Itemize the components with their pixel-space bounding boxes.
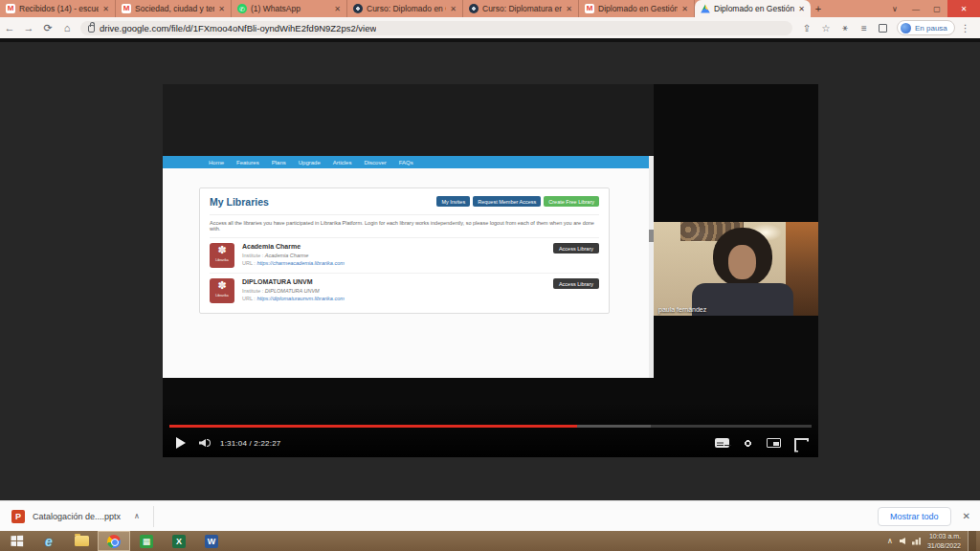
controls-right	[715, 438, 805, 449]
gmail-icon: M	[585, 4, 594, 13]
extension-icon[interactable]: ⚹	[836, 22, 854, 33]
volume-wave-icon	[207, 439, 211, 447]
librarika-logo-tile: ✽ Librarika	[210, 278, 234, 303]
video-progress-bar[interactable]	[169, 425, 812, 428]
settings-gear-icon[interactable]	[743, 438, 753, 449]
lock-icon	[88, 25, 95, 33]
tab-close-icon[interactable]: ✕	[566, 5, 572, 13]
maximize-button[interactable]: ▢	[926, 0, 947, 17]
url-label: URL :	[242, 296, 256, 301]
downloads-bar-right: Mostrar todo ✕	[878, 507, 970, 526]
tab-title: Diplomado en Gestión de Biblio	[598, 4, 678, 13]
taskbar-internet-explorer[interactable]: e	[33, 531, 65, 551]
close-window-button[interactable]: ✕	[947, 0, 980, 17]
librarika-navbar: Home Features Plans Upgrade Articles Dis…	[163, 156, 654, 168]
browser-menu-icon[interactable]: ⋮	[957, 23, 974, 33]
nav-item-faqs: FAQs	[399, 160, 413, 165]
start-button[interactable]	[0, 531, 33, 551]
tray-network-icon[interactable]	[912, 538, 921, 545]
campus-icon	[353, 4, 363, 13]
picture-in-picture-icon[interactable]	[767, 438, 781, 448]
internet-explorer-icon: e	[45, 534, 53, 549]
bookmark-star-icon[interactable]: ☆	[817, 23, 835, 33]
taskbar-chrome[interactable]	[98, 531, 130, 551]
side-panel-icon[interactable]	[879, 24, 887, 33]
tab-drive-active[interactable]: Diplomado en Gestión de Biblio ✕	[695, 0, 811, 17]
tab-close-icon[interactable]: ✕	[798, 5, 805, 13]
gmail-icon: M	[6, 4, 15, 13]
minimize-button[interactable]: —	[905, 0, 926, 17]
my-invites-button: My Invites	[436, 196, 470, 207]
tab-search-chevron-icon[interactable]: ∨	[884, 0, 905, 17]
tab-title: Curso: Diplomado en Gestión de	[367, 4, 446, 13]
show-desktop-button[interactable]	[968, 531, 976, 551]
volume-icon[interactable]	[199, 439, 206, 447]
institute-label: Institute :	[242, 253, 263, 258]
tab-gmail-sociedad[interactable]: M Sociedad, ciudad y territorio - 2 ✕	[116, 0, 232, 17]
taskbar-word[interactable]: W	[195, 531, 228, 551]
profile-sync-badge[interactable]: En pausa	[897, 20, 955, 35]
tray-speaker-icon[interactable]	[900, 538, 905, 544]
librarika-logo-tile: ✽ Librarika	[210, 243, 234, 268]
library-url-line: URL : https://diplomaturaunvm.librarika.…	[242, 295, 546, 302]
library-url-link: https://diplomaturaunvm.librarika.com	[256, 296, 344, 301]
tray-chevron-icon[interactable]: ∧	[887, 537, 893, 545]
address-bar[interactable]: drive.google.com/file/d/1FXmoo4oNfBli-oy…	[80, 21, 792, 35]
play-icon[interactable]	[176, 437, 186, 449]
tab-gmail-recibidos[interactable]: M Recibidos (14) - escueladegobie ✕	[0, 0, 116, 17]
tab-title: (1) WhatsApp	[251, 4, 330, 13]
nav-item-upgrade: Upgrade	[299, 160, 321, 165]
request-member-access-button: Request Member Access	[473, 196, 541, 207]
forward-icon[interactable]: →	[19, 22, 38, 33]
new-tab-button[interactable]: +	[811, 2, 826, 17]
downloads-bar: P Catalogación de....pptx ∧ Mostrar todo…	[0, 500, 980, 531]
close-downloads-bar-icon[interactable]: ✕	[963, 511, 970, 521]
word-icon: W	[205, 535, 218, 548]
show-all-downloads-button[interactable]: Mostrar todo	[878, 507, 951, 526]
taskbar-calculator[interactable]: ▦	[130, 531, 163, 551]
back-icon[interactable]: ←	[0, 22, 19, 33]
tab-close-icon[interactable]: ✕	[681, 5, 688, 13]
library-info: Academia Charme Institute : Academia Cha…	[242, 243, 546, 268]
tab-whatsapp[interactable]: ✆ (1) WhatsApp ✕	[232, 0, 347, 17]
header-buttons: My Invites Request Member Access Create …	[436, 196, 599, 207]
taskbar-clock[interactable]: 10:03 a.m. 31/08/2022	[927, 532, 961, 550]
library-url-line: URL : https://charmeacademia.librarika.c…	[242, 259, 546, 267]
tab-close-icon[interactable]: ✕	[334, 5, 341, 13]
browser-tab-strip: M Recibidos (14) - escueladegobie ✕ M So…	[0, 0, 980, 17]
library-institute-line: Institute : Academia Charme	[242, 252, 546, 259]
tab-gmail-diplomado[interactable]: M Diplomado en Gestión de Biblio ✕	[579, 0, 695, 17]
played-segment	[169, 425, 577, 428]
clock-time: 10:03 a.m.	[927, 532, 961, 540]
download-caret-icon[interactable]: ∧	[134, 512, 140, 520]
whatsapp-icon: ✆	[237, 4, 247, 13]
tab-close-icon[interactable]: ✕	[102, 5, 109, 13]
video-player[interactable]: Home Features Plans Upgrade Articles Dis…	[163, 84, 818, 457]
home-icon[interactable]: ⌂	[57, 22, 77, 33]
tab-close-icon[interactable]: ✕	[218, 5, 225, 13]
library-name: DIPLOMATURA UNVM	[242, 278, 546, 285]
tab-curso-diplomatura[interactable]: Curso: Diplomatura en Gestión y ✕	[463, 0, 579, 17]
subtitles-icon[interactable]	[715, 438, 729, 448]
window-controls: ∨ — ▢ ✕	[884, 0, 980, 17]
download-item[interactable]: P Catalogación de....pptx ∧	[11, 510, 140, 523]
taskbar-excel[interactable]: X	[163, 531, 195, 551]
powerpoint-file-icon: P	[11, 510, 25, 523]
nav-item-plans: Plans	[272, 160, 286, 165]
system-tray: ∧ 10:03 a.m. 31/08/2022	[887, 531, 980, 551]
calculator-icon: ▦	[140, 535, 153, 548]
library-url-link: https://charmeacademia.librarika.com	[256, 260, 344, 266]
reload-icon[interactable]: ⟳	[38, 22, 57, 34]
participant-name-label: paula fernández	[658, 306, 706, 313]
tab-title: Curso: Diplomatura en Gestión y	[482, 4, 562, 13]
tab-close-icon[interactable]: ✕	[450, 5, 457, 13]
clock-date: 31/08/2022	[927, 541, 961, 550]
library-name: Academia Charme	[242, 243, 546, 250]
campus-icon	[469, 4, 479, 13]
reading-list-icon[interactable]: ≡	[856, 23, 873, 33]
share-icon[interactable]: ⇪	[798, 23, 815, 33]
page-title: My Libraries	[210, 196, 269, 208]
tab-curso-diplomado[interactable]: Curso: Diplomado en Gestión de ✕	[347, 0, 463, 17]
fullscreen-icon[interactable]	[794, 438, 805, 449]
taskbar-file-explorer[interactable]	[65, 531, 98, 551]
